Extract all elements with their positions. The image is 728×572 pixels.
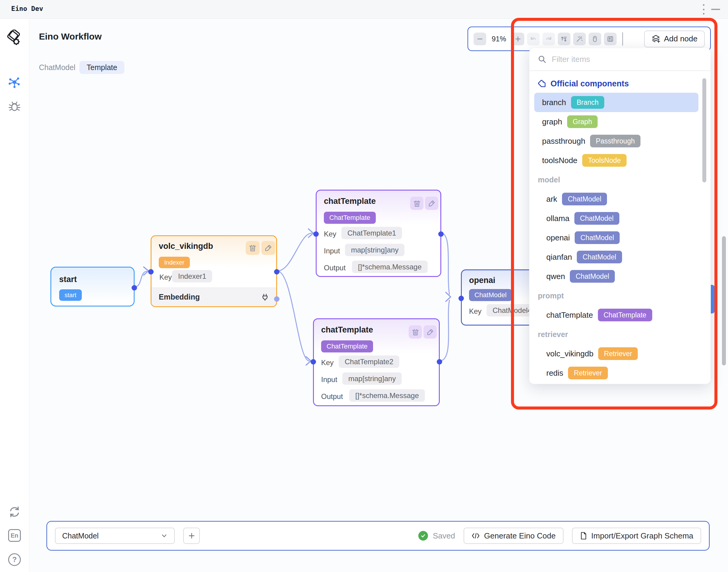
output-port[interactable] [274, 269, 279, 275]
magic-wand-icon[interactable] [573, 32, 586, 45]
component-type-badge: Retriever [568, 367, 608, 379]
debug-bug-icon[interactable] [8, 100, 21, 113]
component-type-badge: ChatModel [562, 193, 607, 205]
delete-node-button[interactable] [409, 325, 422, 339]
component-type-badge: Graph [567, 115, 598, 128]
code-icon [472, 532, 480, 540]
input-port[interactable] [313, 231, 319, 237]
undo-button[interactable] [527, 32, 540, 45]
component-item-ollama[interactable]: ollama ChatModel [534, 209, 699, 228]
input-port[interactable] [459, 296, 464, 301]
add-node-type-button[interactable] [183, 527, 200, 544]
component-item-graph[interactable]: graph Graph [534, 112, 699, 131]
app-screen: Eino Dev [0, 0, 728, 572]
row-value-chip: []*schema.Message [352, 261, 428, 273]
edge-volc-to-chattemplate1 [277, 233, 312, 271]
zoom-level: 91% [489, 35, 509, 43]
input-port[interactable] [311, 359, 316, 364]
key-label: Key [469, 307, 481, 315]
component-item-chattemplate[interactable]: chatTemplate ChatTemplate [534, 305, 699, 325]
help-icon[interactable]: ? [8, 553, 21, 566]
delete-node-button[interactable] [246, 241, 259, 255]
node-title: openai [469, 276, 495, 285]
node-type-badge: ChatTemplate [321, 340, 373, 352]
node-title: chatTemplate [321, 325, 373, 335]
component-section-prompt: prompt [534, 286, 699, 305]
component-item-toolsnode[interactable]: toolsNode ToolsNode [534, 151, 699, 170]
app-logo-icon[interactable] [7, 29, 22, 46]
row-value-chip: ChatTemplate2 [339, 355, 399, 368]
edit-node-button[interactable] [425, 197, 438, 210]
sidebar: En ? [0, 19, 29, 572]
panel-scrollbar[interactable] [702, 78, 706, 183]
component-item-qianfan[interactable]: qianfan ChatModel [534, 247, 699, 267]
search-icon [538, 55, 546, 63]
plug-icon [261, 293, 269, 301]
edit-node-button[interactable] [261, 241, 275, 255]
output-port[interactable] [132, 285, 137, 291]
row-value-chip: ChatTemplate1 [341, 227, 402, 239]
filter-input[interactable] [552, 55, 702, 64]
embedding-port[interactable] [274, 296, 279, 302]
embedding-label: Embedding [159, 293, 261, 301]
component-item-ark[interactable]: ark ChatModel [534, 189, 699, 209]
workflow-nav-icon[interactable] [8, 75, 21, 89]
node-volc-vikingdb[interactable]: volc_vikingdb Indexer Key Indexer1 Embed… [151, 235, 277, 307]
add-node-button[interactable]: Add node [644, 30, 705, 48]
edit-node-button[interactable] [423, 325, 437, 339]
help-label: ? [12, 555, 17, 564]
zoom-in-button[interactable] [511, 32, 524, 45]
input-port[interactable] [148, 269, 154, 275]
node-chattemplate-2[interactable]: chatTemplate ChatTemplate Key ChatTempla… [313, 318, 440, 406]
auto-layout-icon[interactable] [558, 32, 570, 45]
zoom-out-button[interactable] [474, 32, 486, 45]
row-label: Output [324, 264, 345, 272]
delete-node-button[interactable] [410, 197, 423, 210]
row-label: Output [321, 392, 343, 401]
saved-check-icon [418, 531, 428, 541]
node-title: volc_vikingdb [159, 241, 213, 251]
window-minimize-icon[interactable] [711, 9, 720, 10]
mouse-mode-icon[interactable] [588, 32, 601, 45]
embedding-section[interactable]: Embedding [152, 288, 276, 306]
component-type-badge: Passthrough [590, 135, 640, 147]
node-type-select[interactable]: ChatModel [55, 527, 175, 544]
save-status: Saved [418, 531, 455, 541]
footer-bar: ChatModel Saved Generate Eino Code Impor… [47, 521, 710, 551]
key-label: Key [159, 273, 172, 281]
sync-refresh-icon[interactable] [8, 505, 21, 519]
component-item-passthrough[interactable]: passthrough Passthrough [534, 131, 699, 151]
component-section-retriever: retriever [534, 325, 699, 344]
output-port[interactable] [438, 231, 444, 237]
canvas-toolbar: 91% Add node [468, 26, 711, 51]
component-type-badge: Branch [571, 96, 604, 109]
toolbar-divider [622, 32, 623, 46]
import-export-button[interactable]: Import/Export Graph Schema [572, 527, 701, 544]
row-value-chip: map[string]any [342, 372, 402, 385]
minimap-icon[interactable] [604, 32, 617, 45]
output-port[interactable] [437, 359, 442, 364]
row-label: Input [321, 375, 337, 384]
language-icon[interactable]: En [8, 529, 21, 542]
component-item-qwen[interactable]: qwen ChatModel [534, 267, 699, 286]
generate-code-button[interactable]: Generate Eino Code [464, 527, 564, 544]
tab-chatmodel[interactable]: ChatModel [39, 63, 75, 72]
official-components-header: Official components [534, 75, 699, 93]
node-start[interactable]: start start [51, 267, 135, 306]
component-item-openai[interactable]: openai ChatModel [534, 228, 699, 247]
window-more-icon[interactable] [702, 4, 705, 14]
language-label: En [11, 532, 18, 539]
node-chattemplate-1[interactable]: chatTemplate ChatTemplate Key ChatTempla… [316, 190, 441, 277]
row-label: Key [321, 358, 333, 367]
node-type-badge: start [59, 289, 82, 301]
component-item-branch[interactable]: branch Branch [534, 93, 699, 112]
document-icon [580, 532, 587, 540]
filter-row [530, 48, 711, 71]
redo-button[interactable] [542, 32, 555, 45]
chevron-down-icon [161, 532, 167, 539]
component-item-volc-vikingdb[interactable]: volc_vikingdb Retriever [534, 344, 699, 363]
tab-template[interactable]: Template [79, 61, 125, 74]
page-scrollbar[interactable] [722, 236, 726, 365]
key-value-chip: Indexer1 [172, 270, 212, 282]
component-item-redis[interactable]: redis Retriever [534, 363, 699, 383]
